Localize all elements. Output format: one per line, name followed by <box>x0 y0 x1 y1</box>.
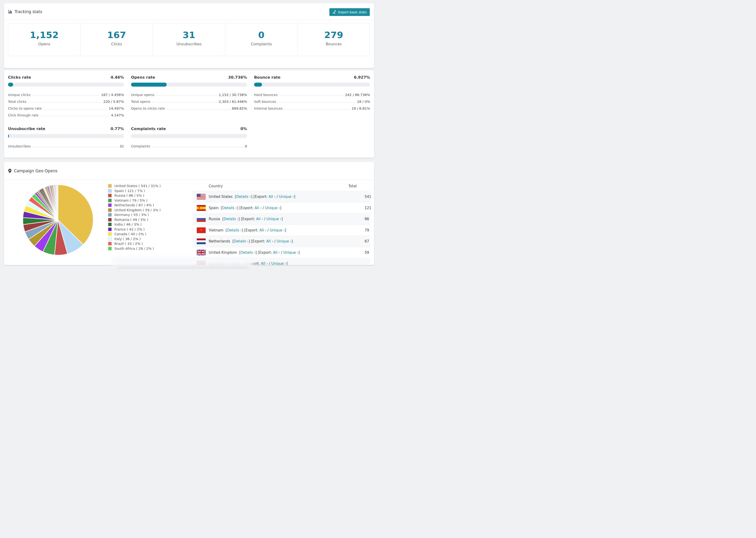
dotted-leader <box>284 109 350 109</box>
metric-value: 31 <box>120 144 124 148</box>
metric-value: 220 / 5.87% <box>103 100 124 103</box>
export-unique-link[interactable]: Unique › <box>279 194 294 199</box>
rate-progress-track <box>8 82 124 86</box>
stat-box-unsubscribes: 31 Unsubscribes <box>153 23 225 56</box>
metric-row: Unique opens 1,152 / 30.736% <box>131 90 247 97</box>
dotted-leader <box>44 109 107 109</box>
geo-table-header-row: Country Total <box>192 181 370 191</box>
details-link[interactable]: Details › <box>224 217 239 221</box>
export-all-link[interactable]: All › <box>259 228 266 232</box>
legend-label: Netherlands ( 67 / 4% ) <box>114 203 154 207</box>
legend-label: Germany ( 55 / 3% ) <box>114 213 149 217</box>
pie-chart-svg <box>22 184 94 256</box>
export-unique-link[interactable]: Unique › <box>265 206 280 210</box>
rate-header: Clicks rate 4.46% <box>8 75 124 80</box>
legend-item-spain: Spain ( 121 / 7% ) <box>108 188 192 193</box>
rate-title: Unsubscribe rate <box>8 127 45 131</box>
us-flag-icon <box>197 194 206 200</box>
export-unique-link[interactable]: Unique › <box>277 239 292 243</box>
details-link[interactable]: Details › <box>241 250 255 255</box>
country-total: 86 <box>365 217 369 221</box>
country-name: Vietnam <box>209 228 224 232</box>
export-unique-link[interactable]: Unique › <box>271 261 287 265</box>
dotted-leader <box>40 116 109 116</box>
rate-value: 4.46% <box>111 75 124 80</box>
legend-swatch <box>108 198 112 202</box>
geo-table-row-es: Spain [Details ›] [Export: All › / Uniqu… <box>192 202 370 214</box>
legend-label: South Africa ( 29 / 2% ) <box>114 247 154 250</box>
stat-value: 167 <box>81 30 153 40</box>
export-unique-link[interactable]: Unique › <box>283 250 298 255</box>
metric-row: Total opens 2,303 / 61.446% <box>131 97 247 103</box>
ru-flag-icon <box>197 216 206 222</box>
details-link[interactable]: Details › <box>236 194 251 199</box>
export-button-label: Export basic stats <box>338 10 366 14</box>
legend-item-south-africa: South Africa ( 29 / 2% ) <box>108 246 192 251</box>
rate-title: Opens rate <box>131 75 155 80</box>
legend-item-romania: Romania ( 49 / 3% ) <box>108 217 192 222</box>
export-all-link[interactable]: All › <box>269 194 275 199</box>
country-total: 67 <box>365 239 369 243</box>
metric-label: Total opens <box>131 100 150 103</box>
export-all-link[interactable]: All › <box>255 206 261 210</box>
details-link[interactable]: Details › <box>234 239 249 243</box>
details-link[interactable]: Details › <box>227 228 242 232</box>
geo-table-row-nl: Netherlands [Details ›] [Export: All › /… <box>192 236 370 247</box>
dotted-leader <box>279 95 343 96</box>
rate-title: Bounce rate <box>254 75 280 80</box>
geo-table-row-us: United States [Details ›] [Export: All ›… <box>192 191 370 202</box>
rate-value: 0.77% <box>111 127 124 131</box>
export-all-link[interactable]: All › <box>256 217 263 221</box>
dotted-leader <box>28 102 101 103</box>
campaign-geo-opens-card: Campaign Geo Opens United States ( 541 /… <box>4 162 374 265</box>
stat-value: 0 <box>225 30 297 40</box>
geo-table-row-vn: Vietnam [Details ›] [Export: All › / Uni… <box>192 225 370 236</box>
legend-swatch <box>108 218 112 222</box>
metric-row: Click through rate 4.147% <box>8 110 124 117</box>
country-total: 121 <box>365 206 371 210</box>
legend-swatch <box>108 242 112 245</box>
legend-label: United Kingdom ( 59 / 3% ) <box>114 208 161 212</box>
legend-swatch <box>108 213 112 217</box>
details-link[interactable]: Details › <box>222 206 237 210</box>
export-basic-stats-button[interactable]: Export basic stats <box>329 8 370 16</box>
metric-label: Clicks to opens rate <box>8 107 42 110</box>
country-name: United States <box>209 194 233 199</box>
summary-stats-row: 1,152 Opens167 Clicks31 Unsubscribes0 Co… <box>8 23 370 56</box>
legend-label: France ( 42 / 2% ) <box>114 228 145 231</box>
stat-box-bounces: 279 Bounces <box>297 23 370 56</box>
metric-row: Total clicks 220 / 5.87% <box>8 97 124 103</box>
metric-label: Unsubscribes <box>8 144 31 148</box>
export-all-link[interactable]: All › <box>273 250 280 255</box>
legend-swatch <box>108 194 112 197</box>
country-name: Russia <box>209 217 220 221</box>
rate-header: Complaints rate 0% <box>131 127 247 131</box>
country-total: 59 <box>365 250 369 255</box>
geo-pie-chart <box>8 181 94 265</box>
rate-value: 30.736% <box>228 75 247 80</box>
rate-section-bounce-rate: Bounce rate 6.927% Hard bounces 242 / 86… <box>254 75 370 117</box>
export-all-link[interactable]: All › <box>266 239 273 243</box>
legend-swatch <box>108 228 112 231</box>
rate-progress-track <box>254 82 370 86</box>
es-flag-icon <box>197 205 206 211</box>
export-unique-link[interactable]: Unique › <box>270 228 285 232</box>
metric-label: Soft bounces <box>254 100 276 103</box>
metric-value: 242 / 86.738% <box>345 93 370 97</box>
geo-content: United States ( 541 / 31% ) Spain ( 121 … <box>4 180 374 265</box>
legend-swatch <box>108 184 112 188</box>
geo-card-title: Campaign Geo Opens <box>8 169 57 173</box>
export-all-link[interactable]: All › <box>261 261 268 265</box>
country-total: 79 <box>365 228 369 232</box>
export-unique-link[interactable]: Unique › <box>266 217 282 221</box>
metric-row: Clicks to opens rate 14.497% <box>8 103 124 110</box>
metric-row: Unsubscribes 31 <box>8 141 124 148</box>
rate-progress-track <box>8 134 124 138</box>
country-name: United Kingdom <box>209 250 237 255</box>
rate-section-unsubscribe-rate: Unsubscribe rate 0.77% Unsubscribes 31 <box>8 127 124 148</box>
rate-section-opens-rate: Opens rate 30.736% Unique opens 1,152 / … <box>131 75 247 117</box>
legend-label: Canada ( 40 / 2% ) <box>114 232 146 236</box>
legend-item-netherlands: Netherlands ( 67 / 4% ) <box>108 203 192 208</box>
legend-item-india: India ( 46 / 3% ) <box>108 222 192 227</box>
metric-label: Opens to clicks rate <box>131 107 165 110</box>
